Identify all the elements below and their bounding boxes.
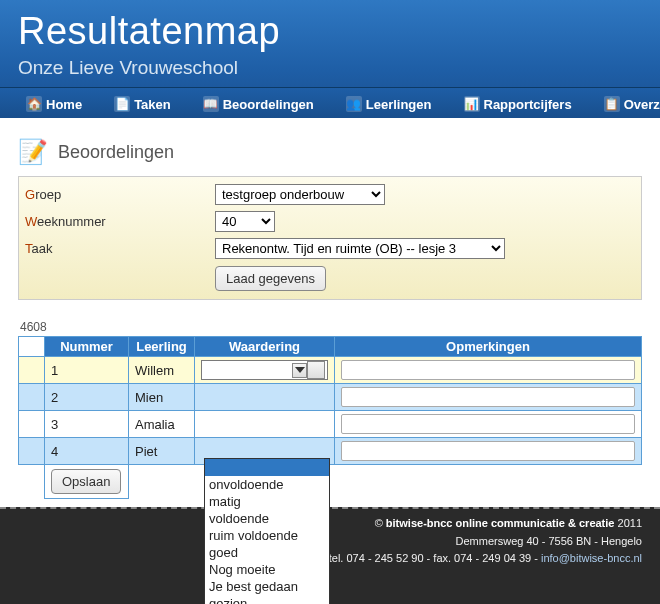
footer-company: bitwise-bncc online communicatie & creat… <box>386 517 615 529</box>
cell-waardering <box>195 384 335 411</box>
groep-select[interactable]: testgroep onderbouw <box>215 184 385 205</box>
table-row: 4Piet <box>19 438 642 465</box>
save-button[interactable]: Opslaan <box>51 469 121 494</box>
cell-opmerkingen <box>335 438 642 465</box>
ico-grid-icon <box>604 96 620 112</box>
cell-nummer: 4 <box>45 438 129 465</box>
nav-item-beoordelingen[interactable]: Beoordelingen <box>187 92 330 118</box>
footer-email-link[interactable]: info@bitwise-bncc.nl <box>541 552 642 564</box>
waardering-option[interactable]: goed <box>205 544 329 561</box>
waardering-option[interactable]: Je best gedaan <box>205 578 329 595</box>
table-footer-row: Opslaan <box>19 465 642 499</box>
weeknummer-select[interactable]: 40 <box>215 211 275 232</box>
nav-item-rapportcijfers[interactable]: Rapportcijfers <box>448 92 588 118</box>
cell-opmerkingen <box>335 384 642 411</box>
groep-label: Groep <box>25 187 215 202</box>
table-row: 2Mien <box>19 384 642 411</box>
cell-leerling: Mien <box>129 384 195 411</box>
main-nav: HomeTakenBeoordelingenLeerlingenRapportc… <box>0 87 660 118</box>
load-data-button[interactable]: Laad gegevens <box>215 266 326 291</box>
waardering-option[interactable]: Nog moeite <box>205 561 329 578</box>
cell-nummer: 3 <box>45 411 129 438</box>
taak-label: Taak <box>25 241 215 256</box>
cell-nummer: 2 <box>45 384 129 411</box>
waardering-option[interactable]: gezien <box>205 595 329 604</box>
nav-item-label: Rapportcijfers <box>484 97 572 112</box>
col-header-waardering[interactable]: Waardering <box>195 337 335 357</box>
col-header-opmerkingen[interactable]: Opmerkingen <box>335 337 642 357</box>
row-check-cell[interactable] <box>19 438 45 465</box>
ico-home-icon <box>26 96 42 112</box>
nav-item-label: Home <box>46 97 82 112</box>
cell-leerling: Amalia <box>129 411 195 438</box>
nav-item-label: Taken <box>134 97 171 112</box>
waardering-option[interactable]: matig <box>205 493 329 510</box>
ico-book-icon <box>203 96 219 112</box>
weeknummer-label: Weeknummer <box>25 214 215 229</box>
record-count: 4608 <box>20 320 642 334</box>
row-check-cell[interactable] <box>19 411 45 438</box>
col-header-blank <box>19 337 45 357</box>
ico-chart-icon <box>464 96 480 112</box>
table-row: 3Amalia <box>19 411 642 438</box>
nav-item-home[interactable]: Home <box>10 92 98 118</box>
opmerkingen-input[interactable] <box>341 441 635 461</box>
col-header-leerling[interactable]: Leerling <box>129 337 195 357</box>
cell-leerling: Willem <box>129 357 195 384</box>
row-check-cell[interactable] <box>19 357 45 384</box>
waardering-option[interactable]: voldoende <box>205 510 329 527</box>
opmerkingen-input[interactable] <box>341 387 635 407</box>
opmerkingen-input[interactable] <box>341 360 635 380</box>
page-footer: © bitwise-bncc online communicatie & cre… <box>0 507 660 604</box>
nav-item-label: Overzic <box>624 97 660 112</box>
col-header-nummer[interactable]: Nummer <box>45 337 129 357</box>
opmerkingen-input[interactable] <box>341 414 635 434</box>
ico-doc-icon <box>114 96 130 112</box>
section-heading: 📝 Beoordelingen <box>18 138 642 166</box>
cell-opmerkingen <box>335 357 642 384</box>
footer-year: 2011 <box>614 517 642 529</box>
cell-opmerkingen <box>335 411 642 438</box>
cell-waardering <box>195 411 335 438</box>
footer-copyright-prefix: © <box>375 517 386 529</box>
main-content: 📝 Beoordelingen Groep testgroep onderbou… <box>0 118 660 507</box>
page-subtitle: Onze Lieve Vrouweschool <box>18 57 642 79</box>
nav-item-leerlingen[interactable]: Leerlingen <box>330 92 448 118</box>
row-check-cell[interactable] <box>19 384 45 411</box>
waardering-select[interactable] <box>201 360 328 380</box>
filter-panel: Groep testgroep onderbouw Weeknummer 40 … <box>18 176 642 300</box>
nav-item-taken[interactable]: Taken <box>98 92 187 118</box>
nav-item-overzic[interactable]: Overzic <box>588 92 660 118</box>
table-header-row: Nummer Leerling Waardering Opmerkingen <box>19 337 642 357</box>
taak-select[interactable]: Rekenontw. Tijd en ruimte (OB) -- lesje … <box>215 238 505 259</box>
waardering-option[interactable]: onvoldoende <box>205 476 329 493</box>
ico-people-icon <box>346 96 362 112</box>
cell-waardering <box>195 357 335 384</box>
table-row: 1Willem <box>19 357 642 384</box>
section-heading-text: Beoordelingen <box>58 142 174 163</box>
page-title: Resultatenmap <box>18 10 642 53</box>
nav-item-label: Beoordelingen <box>223 97 314 112</box>
assessment-icon: 📝 <box>18 138 48 166</box>
app-header: Resultatenmap Onze Lieve Vrouweschool Ho… <box>0 0 660 118</box>
footer-phone: tel. 074 - 245 52 90 - fax. 074 - 249 04… <box>329 552 541 564</box>
waardering-option[interactable] <box>205 459 329 476</box>
cell-leerling: Piet <box>129 438 195 465</box>
footer-address: Demmersweg 40 - 7556 BN - Hengelo <box>18 533 642 551</box>
waardering-option[interactable]: ruim voldoende <box>205 527 329 544</box>
waardering-dropdown-open[interactable]: onvoldoendematigvoldoenderuim voldoendeg… <box>204 458 330 604</box>
results-table: Nummer Leerling Waardering Opmerkingen 1… <box>18 336 642 499</box>
cell-nummer: 1 <box>45 357 129 384</box>
nav-item-label: Leerlingen <box>366 97 432 112</box>
chevron-down-icon <box>292 363 307 378</box>
